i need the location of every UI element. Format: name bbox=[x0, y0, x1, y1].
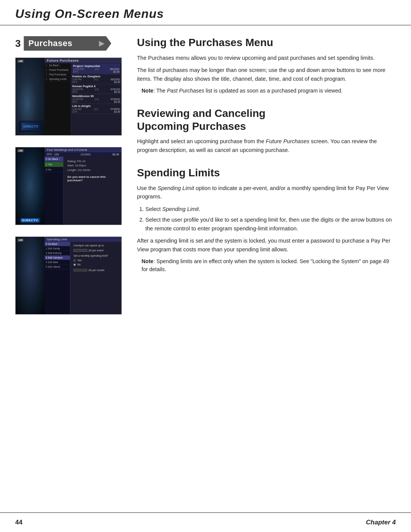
purchase-item-1: Project: Implausible 12:00 PM[03]06/15/0… bbox=[72, 64, 120, 74]
left-column: 3 Purchases ▶ DIRECTV 106 bbox=[15, 36, 126, 326]
screen1-sidebar: 0 Go Back ↑ 1 Future Purchases 2 Past Pu… bbox=[45, 63, 71, 135]
menu-label: Purchases ▶ bbox=[24, 36, 111, 51]
no-radio bbox=[73, 264, 76, 266]
directv-logo: DIRECTV bbox=[21, 218, 40, 222]
section-using-purchases: Using the Purchases Menu The Purchases m… bbox=[137, 36, 396, 95]
sidebar-item-2: 2 Past Purchases bbox=[45, 72, 71, 77]
section2-title: Reviewing and CancelingUpcoming Purchase… bbox=[137, 107, 396, 133]
screen1-header: Future Purchases bbox=[45, 58, 121, 63]
right-column: Using the Purchases Menu The Purchases m… bbox=[137, 36, 396, 326]
arrow-icon: ▶ bbox=[99, 39, 105, 48]
screenshot-cancel-purchase: DIRECTV 106 Four Weddings and a Funeral … bbox=[15, 147, 122, 225]
section-reviewing-canceling: Reviewing and CancelingUpcoming Purchase… bbox=[137, 107, 396, 154]
section3-para2: After a spending limit is set and the sy… bbox=[137, 236, 396, 254]
section1-note-text: Note: The Past Purchases list is updated… bbox=[142, 87, 396, 95]
screen3-main: Carolynn can spend up to .00 per event S… bbox=[70, 242, 121, 314]
step-1: Select Spending Limit. bbox=[145, 205, 396, 213]
content-area: 3 Purchases ▶ DIRECTV 106 bbox=[0, 26, 411, 356]
screenshot-future-purchases: DIRECTV 106 Future Purchases 0 Go Back ↑… bbox=[15, 58, 122, 136]
sidebar-item-1: 1 Future Purchases bbox=[45, 68, 71, 72]
section1-para1: The Purchases menu allows you to review … bbox=[137, 54, 396, 62]
s3-sidebar-3: 3 Edit Carolynn bbox=[45, 256, 70, 260]
section1-title: Using the Purchases Menu bbox=[137, 36, 396, 49]
section2-para1: Highlight and select an upcoming purchas… bbox=[137, 137, 396, 154]
s3-sidebar-2: 2 Edit Anthony bbox=[45, 251, 70, 256]
page-title: Using On-Screen Menus bbox=[15, 7, 396, 25]
channel-badge-1: 106 bbox=[17, 59, 24, 63]
sidebar-item-0: 0 Go Back ↑ bbox=[45, 63, 71, 68]
menu-label-text: Purchases bbox=[28, 38, 72, 48]
purchase-item-5: Life is Alright 1:00 AM[03]07/05/01 DTV$… bbox=[72, 104, 120, 114]
note-label-1: Note bbox=[142, 88, 153, 94]
s3-sidebar-1: 1 Edit Family bbox=[45, 246, 70, 251]
purchase-item-3: Roman Pugilist II 10:00 PM[03]07/01/01 D… bbox=[72, 84, 120, 94]
note-label-2: Note bbox=[142, 258, 153, 264]
purchase-item-2: Keaton vs. Douglass 1:00 PM[03]06/23/01 … bbox=[72, 74, 120, 84]
screen2-subheader: PPV · 10611/19/01$3.99 bbox=[45, 152, 121, 157]
section1-note: Note: The Past Purchases list is updated… bbox=[137, 87, 396, 95]
step-2: Select the user profile you'd like to se… bbox=[145, 216, 396, 233]
screen1-main: Project: Implausible 12:00 PM[03]06/15/0… bbox=[71, 63, 121, 135]
s3-sidebar-5: 5 Edit Valerie bbox=[45, 265, 70, 269]
section3-title: Spending Limits bbox=[137, 166, 396, 179]
s2-sidebar-2: 2 No bbox=[45, 167, 63, 173]
spending-limits-steps: Select Spending Limit. Select the user p… bbox=[145, 205, 396, 233]
screen2-header: Four Weddings and a Funeral bbox=[45, 147, 121, 152]
page-footer: 44 Chapter 4 bbox=[0, 512, 411, 532]
screenshot-spending-limit: 109 Spending Limit 0 Go Back ↑ 1 Edit Fa… bbox=[15, 236, 122, 315]
s3-sidebar-4: 4 Edit Mark bbox=[45, 260, 70, 265]
page-header: Using On-Screen Menus bbox=[0, 0, 411, 26]
screen3-header: Spending Limit bbox=[45, 237, 121, 242]
channel-badge-3: 109 bbox=[17, 238, 24, 242]
s2-sidebar-1: 1 Yes bbox=[45, 162, 63, 167]
menu-number: 3 bbox=[15, 38, 21, 50]
sidebar-item-3: 3 Spending Limits bbox=[45, 77, 71, 81]
s3-sidebar-0: 0 Go Back ↑ bbox=[45, 242, 70, 246]
tv-screen-2: DIRECTV 106 Four Weddings and a Funeral … bbox=[16, 147, 121, 225]
menu-label-box: 3 Purchases ▶ bbox=[15, 36, 126, 51]
screen3-sidebar: 0 Go Back ↑ 1 Edit Family 2 Edit Anthony… bbox=[45, 242, 70, 314]
section1-para2: The list of purchases may be longer than… bbox=[137, 66, 396, 83]
screen2-main: Rating: PG-13 Start: 10:00pm Length: 1hr… bbox=[64, 157, 121, 225]
screen2-sidebar: 0 Go Back ↑ 1 Yes 2 No bbox=[45, 157, 64, 225]
chapter-label: Chapter 4 bbox=[366, 519, 396, 526]
tv-screen-1: DIRECTV 106 Future Purchases 0 Go Back ↑… bbox=[16, 58, 121, 135]
purchase-item-4: MotoMission 99 12:30 PM[03]07/03/01 DTV$… bbox=[72, 94, 120, 104]
channel-badge-2: 106 bbox=[17, 149, 24, 152]
yes-radio bbox=[73, 259, 76, 262]
tv-screen-3: 109 Spending Limit 0 Go Back ↑ 1 Edit Fa… bbox=[16, 237, 121, 314]
section-spending-limits: Spending Limits Use the Spending Limit o… bbox=[137, 166, 396, 273]
section3-note-text: Note: Spending limits are in effect only… bbox=[142, 257, 396, 273]
section3-note: Note: Spending limits are in effect only… bbox=[137, 257, 396, 273]
section3-para1: Use the Spending Limit option to indicat… bbox=[137, 184, 396, 201]
page-number: 44 bbox=[15, 519, 22, 526]
s2-sidebar-0: 0 Go Back ↑ bbox=[45, 157, 63, 162]
